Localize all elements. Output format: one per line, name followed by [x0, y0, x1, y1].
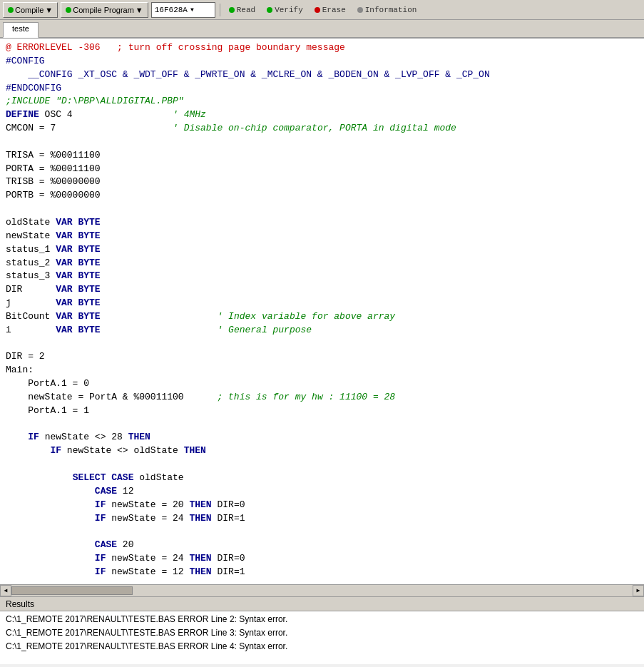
erase-icon	[315, 7, 320, 13]
erase-label: Erase	[322, 6, 346, 14]
read-label: Read	[237, 6, 255, 14]
compile-button[interactable]: Compile ▼	[3, 2, 58, 18]
information-icon	[357, 7, 363, 13]
code-content: @ ERRORLEVEL -306 ; turn off crossing pa…	[6, 41, 638, 579]
horizontal-scrollbar[interactable]: ◀ ▶	[0, 584, 644, 596]
results-title: Results	[6, 599, 34, 609]
compile-program-dropdown-arrow: ▼	[136, 6, 143, 14]
verify-icon	[267, 7, 272, 13]
toolbar: Compile ▼ Compile Program ▼ 16F628A ▼ Re…	[0, 0, 644, 20]
chip-dropdown-arrow: ▼	[190, 6, 212, 13]
chip-select-value: 16F628A	[155, 6, 188, 14]
tab-label: teste	[12, 24, 29, 33]
read-icon	[229, 7, 235, 13]
compile-label: Compile	[15, 6, 44, 14]
information-label: Information	[365, 6, 417, 14]
tabbar: teste	[0, 20, 644, 39]
scroll-thumb[interactable]	[11, 586, 133, 595]
information-button[interactable]: Information	[353, 2, 421, 18]
results-header: Results	[0, 596, 644, 611]
error-line-1: C:\1_REMOTE 2017\RENAULT\TESTE.BAS ERROR…	[6, 613, 638, 626]
editor-container: @ ERRORLEVEL -306 ; turn off crossing pa…	[0, 39, 644, 664]
verify-button[interactable]: Verify	[262, 2, 307, 18]
tab-teste[interactable]: teste	[3, 22, 39, 38]
chip-select-dropdown[interactable]: 16F628A ▼	[151, 2, 215, 18]
scroll-thumb-track	[11, 585, 633, 596]
scroll-right-button[interactable]: ▶	[633, 585, 644, 596]
erase-button[interactable]: Erase	[310, 2, 350, 18]
compile-dropdown-arrow: ▼	[45, 6, 53, 14]
verify-label: Verify	[275, 6, 303, 14]
code-editor[interactable]: @ ERRORLEVEL -306 ; turn off crossing pa…	[0, 39, 644, 584]
read-button[interactable]: Read	[225, 2, 260, 18]
compile-program-icon	[66, 7, 71, 13]
error-line-3: C:\1_REMOTE 2017\RENAULT\TESTE.BAS ERROR…	[6, 640, 638, 653]
compile-program-button[interactable]: Compile Program ▼	[61, 2, 148, 18]
compile-icon	[8, 7, 14, 13]
scroll-left-button[interactable]: ◀	[0, 585, 11, 596]
error-line-2: C:\1_REMOTE 2017\RENAULT\TESTE.BAS ERROR…	[6, 626, 638, 640]
toolbar-separator-1	[220, 4, 220, 16]
results-body: C:\1_REMOTE 2017\RENAULT\TESTE.BAS ERROR…	[0, 611, 644, 664]
compile-program-label: Compile Program	[73, 6, 134, 14]
